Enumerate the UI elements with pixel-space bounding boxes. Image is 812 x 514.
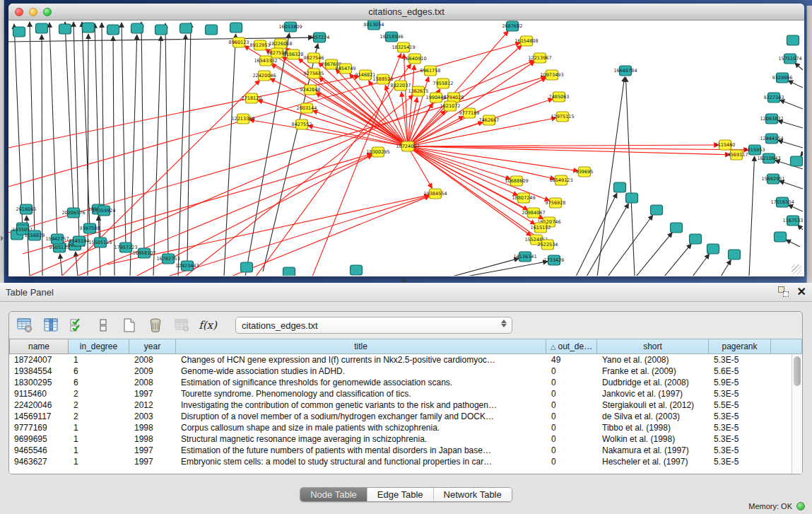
table-row[interactable]: 1938455462009Genome-wide association stu… [9,366,802,377]
cell-year[interactable]: 1998 [129,433,176,445]
column-header-title[interactable]: title [176,339,546,354]
cell-short[interactable]: Tibbo et al. (1998) [597,422,709,433]
cell-out_de[interactable]: 0 [546,456,597,467]
graph-node[interactable] [230,23,242,33]
graph-node[interactable]: 12975115 [551,112,574,122]
graph-node[interactable]: 9115460 [715,140,736,150]
new-table-icon[interactable] [121,317,138,334]
graph-node[interactable]: 1733426 [544,255,565,265]
graph-node[interactable]: 16640910 [403,54,426,64]
graph-node[interactable] [707,244,719,254]
graph-node[interactable] [36,23,48,33]
graph-node[interactable]: 22420046 [252,71,276,81]
cell-name[interactable]: 18724007 [9,354,69,366]
cell-title[interactable]: Genome-wide association studies in ADHD. [176,366,546,377]
column-header-in_degree[interactable]: in_degree [69,339,129,354]
table-row[interactable]: 1830029562008Estimation of significance … [9,377,802,388]
cell-pagerank[interactable]: 5.3E-5 [709,354,771,366]
graph-node[interactable]: 12923443 [175,261,199,271]
graph-node[interactable] [791,156,803,166]
graph-node[interactable]: 18226058 [269,39,292,49]
cell-name[interactable]: 19384554 [9,366,69,377]
graph-node[interactable]: 10973493 [540,70,563,80]
cell-title[interactable]: Tourette syndrome. Phenomenology and cla… [176,388,546,399]
cell-short[interactable]: Yano et al. (2008) [597,354,709,366]
delete-rows-icon[interactable] [147,317,164,334]
graph-node[interactable]: 8813054 [364,21,384,30]
graph-node[interactable] [180,23,192,33]
cell-pagerank[interactable]: 5.3E-5 [709,411,771,422]
cell-year[interactable]: 2012 [129,399,176,411]
graph-node[interactable]: 6961758 [420,66,441,76]
graph-node[interactable]: 9227343 [764,93,784,103]
graph-node[interactable] [690,234,702,244]
cell-pagerank[interactable]: 5.9E-5 [709,377,771,388]
graph-node[interactable]: 2687682 [502,21,523,31]
cell-year[interactable]: 2009 [129,366,176,377]
column-header-pagerank[interactable]: pagerank [709,339,771,354]
cell-year[interactable]: 2008 [129,354,176,366]
cell-pagerank[interactable]: 5.3E-5 [709,456,771,467]
network-window-titlebar[interactable]: citations_edges.txt [8,4,804,21]
graph-node[interactable] [59,24,71,34]
cell-short[interactable]: Wolkin et al. (1998) [597,433,709,445]
cell-in_degree[interactable]: 2 [69,388,129,399]
graph-node[interactable]: 14136141 [513,252,536,262]
graph-node[interactable] [651,205,663,215]
cell-pagerank[interactable]: 5.3E-5 [709,445,771,456]
graph-node[interactable] [107,25,119,35]
network-canvas[interactable]: 1872400718300295896012389129531822605898… [8,21,803,276]
cell-pagerank[interactable]: 5.5E-5 [709,399,771,411]
table-row[interactable]: 911546021997Tourette syndrome. Phenomeno… [9,388,802,399]
column-header-year[interactable]: year [129,339,176,354]
function-builder-icon[interactable]: f(x) [199,317,216,334]
table-row[interactable]: 2242004622012Investigating the contribut… [9,399,802,411]
table-row[interactable]: 977716911998Corpus callosum shape and si… [9,422,802,433]
graph-node[interactable]: 16958107 [132,248,155,258]
panel-collapse-icon[interactable] [1,235,4,241]
cell-title[interactable]: Estimation of the future numbers of pati… [176,445,546,456]
table-row[interactable]: 1872400712008Changes of HCN gene express… [9,354,802,366]
graph-node[interactable]: 10688609 [505,176,528,186]
network-table-select[interactable]: citations_edges.txt [235,317,512,334]
table-row[interactable]: 1456911722003Disruption of a novel membe… [9,411,802,422]
graph-node[interactable]: 1615152 [531,223,551,233]
graph-node[interactable] [131,23,143,33]
cell-name[interactable]: 9777169 [9,422,69,433]
column-header-name[interactable]: name [9,339,69,354]
cell-title[interactable]: Embryonic stem cells: a model to study s… [176,456,546,467]
cell-in_degree[interactable]: 1 [69,422,129,433]
graph-node[interactable]: 2803144 [297,103,317,113]
graph-node[interactable]: 12444154 [760,134,783,144]
table-vertical-scrollbar[interactable] [792,354,802,474]
graph-node[interactable]: 16782753 [156,254,180,264]
cell-short[interactable]: Stergiakouli et al. (2012) [597,399,709,411]
cell-year[interactable]: 1997 [129,445,176,456]
graph-node[interactable]: 16210643 [757,153,780,163]
cell-name[interactable]: 9465546 [9,445,69,456]
close-panel-icon[interactable]: ✕ [797,286,806,297]
cell-in_degree[interactable]: 1 [69,433,129,445]
tab-node-table[interactable]: Node Table [300,488,367,501]
cell-name[interactable]: 18300295 [9,377,69,388]
cell-pagerank[interactable]: 5.3E-5 [709,422,771,433]
graph-node[interactable] [13,27,25,37]
cell-name[interactable]: 9699695 [9,433,69,445]
cell-out_de[interactable]: 0 [546,422,597,433]
cell-in_degree[interactable]: 2 [69,399,129,411]
table-row[interactable]: 969969511998Structural magnetic resonanc… [9,433,802,445]
cell-year[interactable]: 1997 [129,388,176,399]
graph-node[interactable] [351,265,363,275]
graph-node[interactable]: 9242848 [300,85,321,95]
column-header-short[interactable]: short [597,339,709,354]
graph-node[interactable]: 7462667 [479,115,500,125]
graph-node[interactable]: 16033809 [278,22,302,32]
cell-title[interactable]: Investigating the contribution of common… [176,399,546,411]
graph-node[interactable]: 2522534 [538,240,558,250]
graph-node[interactable]: 12213389 [231,114,254,124]
cell-in_degree[interactable]: 1 [69,456,129,467]
cell-out_de[interactable]: 49 [546,354,597,366]
cell-in_degree[interactable]: 6 [69,377,129,388]
row-height-icon[interactable] [95,317,112,334]
graph-node[interactable]: 7485063 [549,92,570,102]
